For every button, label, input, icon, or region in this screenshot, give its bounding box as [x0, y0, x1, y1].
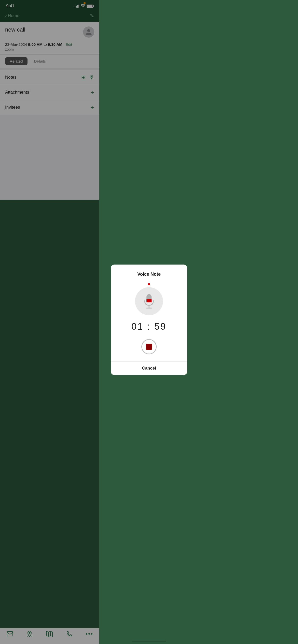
modal-overlay [0, 0, 99, 215]
